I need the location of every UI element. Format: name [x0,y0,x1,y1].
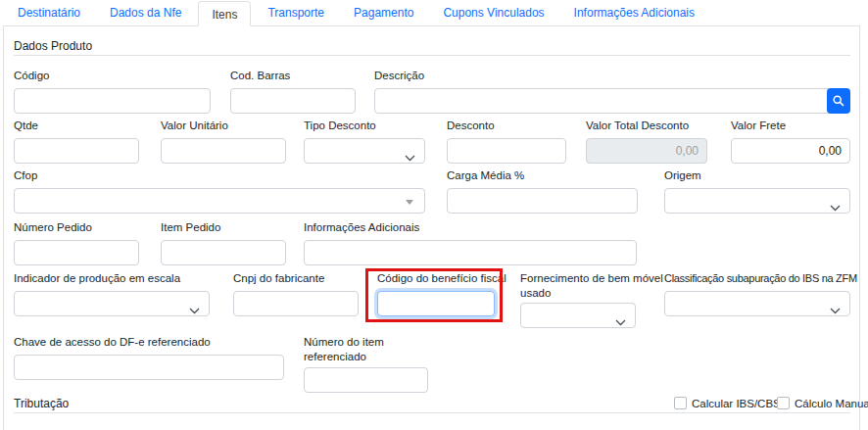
numero-item-referenciado-label: Número do item referenciado [304,335,402,364]
descricao-input[interactable] [374,88,829,114]
codigo-label: Código [14,69,211,83]
numero-item-referenciado-field: Número do item referenciado [304,335,428,393]
tributacao-divider [14,412,850,413]
cod-barras-label: Cod. Barras [230,69,356,83]
cfop-field: Cfop [14,168,425,214]
tab-itens[interactable]: Itens [198,1,251,26]
itens-panel: Dados Produto Código Cod. Barras Descriç… [3,26,860,430]
carga-media-label: Carga Média % [447,168,638,183]
indicador-producao-label: Indicador de produção em escala [14,271,210,286]
carga-media-input[interactable] [447,188,638,214]
numero-item-referenciado-input[interactable] [304,367,428,393]
tab-dados-da-nfe[interactable]: Dados da Nfe [97,0,194,25]
calculo-manual-option: Cálculo Manual [777,397,868,409]
descricao-field: Descrição [374,69,850,114]
classificacao-zfm-select[interactable] [664,291,850,316]
indicador-producao-select[interactable] [14,291,210,316]
chave-acesso-input[interactable] [14,355,284,380]
qtde-field: Qtde [14,119,139,164]
descricao-label: Descrição [374,69,850,83]
informacoes-adicionais-field: Informações Adicionais [304,220,637,265]
classificacao-zfm-label: Classificação subapuração do IBS na ZFM [664,271,850,286]
tipo-desconto-label: Tipo Desconto [304,119,425,133]
tab-transporte[interactable]: Transporte [255,0,337,25]
desconto-input[interactable] [447,138,566,164]
tab-pagamento[interactable]: Pagamento [341,0,426,25]
numero-pedido-label: Número Pedido [14,220,139,235]
numero-pedido-input[interactable] [14,240,139,265]
chevron-down-icon [830,198,841,215]
desconto-field: Desconto [447,119,566,164]
numero-pedido-field: Número Pedido [14,220,139,265]
cnpj-fabricante-label: Cnpj do fabricante [233,271,359,286]
item-pedido-input[interactable] [161,240,286,265]
valor-unitario-field: Valor Unitário [161,119,286,164]
fornecimento-bem-movel-select[interactable] [520,303,636,328]
codigo-field: Código [14,69,211,114]
codigo-beneficio-fiscal-input[interactable] [377,291,495,316]
dados-produto-title: Dados Produto [14,39,92,53]
origem-label: Origem [664,168,850,183]
chevron-down-icon [615,312,626,330]
valor-total-desconto-label: Valor Total Desconto [586,119,707,133]
qtde-label: Qtde [14,119,139,133]
search-icon [832,94,845,108]
classificacao-zfm-field: Classificação subapuração do IBS na ZFM [664,271,850,316]
chave-acesso-label: Chave de acesso do DF-e referenciado [14,335,284,350]
valor-frete-input[interactable] [731,138,850,164]
valor-total-desconto-field: Valor Total Desconto [586,119,707,164]
fornecimento-bem-movel-label: Fornecimento de bem móvel usado [520,271,667,301]
origem-select[interactable] [664,188,850,214]
item-pedido-label: Item Pedido [161,220,286,235]
cod-barras-input[interactable] [230,88,356,114]
calcular-ibs-cbs-option: Calcular IBS/CBS [674,397,781,409]
valor-frete-field: Valor Frete [731,119,850,164]
caret-down-icon [406,200,413,205]
tributacao-title: Tributação [14,397,69,410]
valor-total-desconto-input [586,138,707,164]
codigo-beneficio-fiscal-field: Código do benefício fiscal [377,271,495,316]
nfe-item-form-page: Destinatário Dados da Nfe Itens Transpor… [0,0,868,430]
chevron-down-icon [189,301,200,318]
cnpj-fabricante-field: Cnpj do fabricante [233,271,359,316]
tab-destinatario[interactable]: Destinatário [5,0,93,25]
search-button[interactable] [827,88,850,114]
cnpj-fabricante-input[interactable] [233,291,359,316]
tipo-desconto-select[interactable] [304,138,425,164]
calculo-manual-label: Cálculo Manual [795,398,868,409]
valor-unitario-label: Valor Unitário [161,119,286,133]
indicador-producao-field: Indicador de produção em escala [14,271,210,316]
fornecimento-bem-movel-field: Fornecimento de bem móvel usado [520,271,667,328]
dados-produto-divider [14,55,850,56]
tab-cupons-vinculados[interactable]: Cupons Vinculados [430,0,556,25]
cfop-label: Cfop [14,168,425,183]
carga-media-field: Carga Média % [447,168,638,214]
desconto-label: Desconto [447,119,566,133]
calculo-manual-checkbox[interactable] [777,397,790,409]
valor-frete-label: Valor Frete [731,119,850,133]
codigo-beneficio-fiscal-label: Código do benefício fiscal [377,271,495,286]
cod-barras-field: Cod. Barras [230,69,356,114]
origem-field: Origem [664,168,850,214]
informacoes-adicionais-input[interactable] [304,240,637,265]
calcular-ibs-cbs-checkbox[interactable] [674,397,687,409]
qtde-input[interactable] [14,138,139,164]
item-pedido-field: Item Pedido [161,220,286,265]
calcular-ibs-cbs-label: Calcular IBS/CBS [692,398,781,409]
tipo-desconto-field: Tipo Desconto [304,119,425,164]
chevron-down-icon [405,148,415,166]
cfop-combobox[interactable] [14,188,425,214]
informacoes-adicionais-label: Informações Adicionais [304,220,637,235]
tab-informacoes-adicionais[interactable]: Informações Adicionais [561,0,707,25]
valor-unitario-input[interactable] [161,138,286,164]
chave-acesso-field: Chave de acesso do DF-e referenciado [14,335,284,380]
codigo-input[interactable] [14,88,211,114]
tab-bar: Destinatário Dados da Nfe Itens Transpor… [3,0,860,26]
chevron-down-icon [830,301,841,318]
